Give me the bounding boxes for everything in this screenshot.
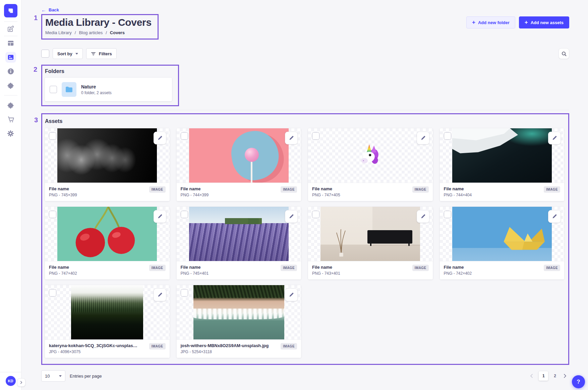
asset-card[interactable]: josh-withers-MBNx8O2S9AM-unsplash.jpg JP… bbox=[177, 285, 301, 358]
asset-checkbox[interactable] bbox=[49, 211, 56, 218]
asset-meta: PNG - 742×402 bbox=[444, 271, 472, 276]
info-icon bbox=[7, 68, 14, 75]
media-library-active-indicator bbox=[5, 52, 16, 63]
asset-checkbox[interactable] bbox=[181, 132, 188, 140]
folder-meta: 0 folder, 2 assets bbox=[81, 90, 112, 95]
entries-per-page-select[interactable]: 10 bbox=[41, 370, 65, 382]
asset-card[interactable]: kateryna-kokhan-5CQ_3CjSGKc-unsplash.jpg… bbox=[45, 285, 170, 358]
pagination-next-button[interactable] bbox=[562, 373, 568, 379]
cherries-shape bbox=[57, 207, 157, 261]
select-all-checkbox[interactable] bbox=[41, 50, 49, 58]
folder-name: Nature bbox=[81, 84, 112, 89]
plus-icon: + bbox=[472, 19, 475, 25]
breadcrumb-separator: / bbox=[75, 30, 76, 35]
add-new-assets-button[interactable]: + Add new assets bbox=[519, 16, 569, 28]
asset-thumbnail-area bbox=[177, 128, 301, 183]
pagination-prev-button[interactable] bbox=[529, 373, 535, 379]
chevron-down-icon bbox=[59, 375, 62, 377]
asset-checkbox[interactable] bbox=[444, 211, 451, 218]
breadcrumb-item-media-library[interactable]: Media Library bbox=[45, 30, 72, 35]
assets-grid: File name PNG - 745×399 IMAGE bbox=[45, 128, 564, 358]
asset-image-lavender-field bbox=[189, 207, 289, 261]
edit-button[interactable] bbox=[154, 132, 166, 144]
sidebar-item-settings[interactable] bbox=[4, 127, 17, 140]
back-link[interactable]: ← Back bbox=[41, 0, 59, 12]
sidebar-item-plugins[interactable] bbox=[4, 99, 17, 112]
asset-meta: PNG - 743×401 bbox=[312, 271, 340, 276]
breadcrumb-item-blog-articles[interactable]: Blog articles bbox=[79, 30, 103, 35]
asset-card[interactable]: File name PNG - 745×401 IMAGE bbox=[177, 207, 301, 279]
filter-icon bbox=[91, 51, 96, 56]
edit-button[interactable] bbox=[417, 132, 429, 144]
asset-checkbox[interactable] bbox=[444, 132, 451, 140]
sidebar-item-plugin[interactable] bbox=[4, 79, 17, 92]
folder-card[interactable]: Nature 0 folder, 2 assets bbox=[45, 78, 172, 101]
pagination: 1 2 bbox=[529, 371, 568, 381]
folder-checkbox[interactable] bbox=[50, 86, 57, 93]
asset-checkbox[interactable] bbox=[181, 289, 188, 297]
sidebar-item-content-type-builder[interactable] bbox=[4, 37, 17, 50]
asset-checkbox[interactable] bbox=[49, 132, 56, 140]
asset-image-ocean-beach bbox=[193, 285, 284, 339]
sidebar-item-content-manager[interactable] bbox=[4, 22, 17, 36]
forest-trees bbox=[71, 296, 143, 313]
strapi-logo[interactable] bbox=[4, 4, 17, 17]
layout-icon bbox=[7, 40, 14, 47]
edit-button[interactable] bbox=[285, 288, 298, 301]
asset-type-badge: IMAGE bbox=[544, 265, 560, 271]
asset-card[interactable]: File name PNG - 743×401 IMAGE bbox=[308, 207, 433, 279]
search-button[interactable] bbox=[558, 48, 569, 59]
edit-button[interactable] bbox=[154, 288, 166, 301]
asset-meta: PNG - 747×405 bbox=[312, 193, 340, 197]
asset-meta: JPG - 4096×3075 bbox=[49, 349, 138, 354]
edit-button[interactable] bbox=[548, 210, 561, 223]
asset-checkbox[interactable] bbox=[312, 132, 319, 140]
annotation-box-1: 1 Media Library - Covers Media Library /… bbox=[41, 14, 159, 40]
sidebar-divider bbox=[4, 95, 17, 95]
pagination-page-1[interactable]: 1 bbox=[539, 371, 548, 381]
edit-button[interactable] bbox=[285, 132, 298, 144]
back-arrow-icon: ← bbox=[41, 7, 46, 12]
pencil-icon bbox=[421, 136, 425, 140]
toolbar: Sort by Filters bbox=[41, 48, 569, 59]
asset-meta: PNG - 747×402 bbox=[49, 271, 77, 276]
asset-checkbox[interactable] bbox=[49, 289, 56, 297]
asset-card[interactable]: File name PNG - 744×399 IMAGE bbox=[177, 128, 301, 201]
chevron-right-icon bbox=[563, 374, 567, 378]
asset-card[interactable]: File name PNG - 747×405 IMAGE bbox=[308, 128, 433, 201]
asset-card-footer: File name PNG - 742×402 IMAGE bbox=[440, 261, 565, 279]
sidebar-item-media-library[interactable] bbox=[4, 51, 17, 64]
chevron-right-icon bbox=[20, 381, 23, 384]
asset-card[interactable]: File name PNG - 745×399 IMAGE bbox=[45, 128, 170, 201]
sidebar-item-documentation[interactable] bbox=[4, 65, 17, 78]
sidebar-divider bbox=[4, 36, 17, 36]
asset-card-footer: File name PNG - 747×402 IMAGE bbox=[45, 261, 170, 279]
asset-title: josh-withers-MBNx8O2S9AM-unsplash.jpg bbox=[181, 343, 269, 348]
asset-card[interactable]: File name PNG - 747×402 IMAGE bbox=[45, 207, 170, 279]
asset-card-footer: File name PNG - 747×405 IMAGE bbox=[308, 183, 433, 201]
asset-checkbox[interactable] bbox=[312, 211, 319, 218]
add-new-assets-label: Add new assets bbox=[531, 20, 564, 25]
add-new-folder-button[interactable]: + Add new folder bbox=[466, 16, 515, 28]
pagination-page-2[interactable]: 2 bbox=[552, 374, 558, 378]
user-avatar[interactable]: KD bbox=[6, 376, 16, 386]
compose-icon bbox=[7, 25, 14, 32]
filters-button[interactable]: Filters bbox=[86, 48, 117, 59]
plus-icon: + bbox=[525, 19, 528, 25]
asset-card[interactable]: File name PNG - 742×402 IMAGE bbox=[440, 207, 565, 279]
sidebar-collapse-button[interactable] bbox=[17, 378, 25, 387]
asset-thumbnail-area bbox=[45, 285, 170, 340]
sidebar-item-marketplace[interactable] bbox=[4, 113, 17, 126]
asset-card-footer: File name PNG - 745×399 IMAGE bbox=[45, 183, 170, 201]
sort-by-button[interactable]: Sort by bbox=[53, 48, 83, 59]
asset-card[interactable]: File name PNG - 744×404 IMAGE bbox=[440, 128, 565, 201]
edit-button[interactable] bbox=[285, 210, 298, 223]
pencil-icon bbox=[158, 292, 162, 297]
edit-button[interactable] bbox=[417, 210, 429, 223]
asset-type-badge: IMAGE bbox=[544, 186, 560, 193]
help-button[interactable]: ? bbox=[572, 375, 585, 388]
edit-button[interactable] bbox=[548, 132, 561, 144]
asset-checkbox[interactable] bbox=[181, 211, 188, 218]
asset-image-sofa-room bbox=[320, 207, 420, 261]
edit-button[interactable] bbox=[154, 210, 166, 223]
